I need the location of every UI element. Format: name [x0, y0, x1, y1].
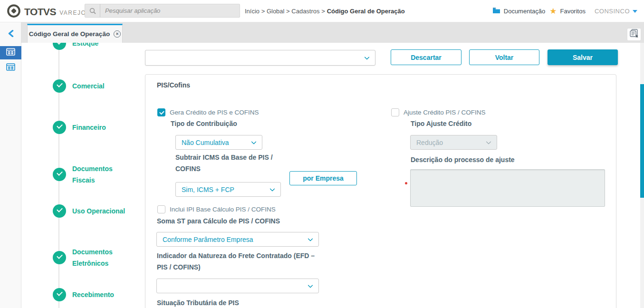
tipo-contribuicao-label: Tipo de Contribuição	[171, 118, 237, 129]
back-button[interactable]: Voltar	[469, 49, 539, 65]
chevron-down-icon	[251, 139, 256, 144]
gera-credito-checkbox[interactable]	[157, 108, 165, 116]
chevron-down-icon	[486, 139, 491, 144]
stepper-item-label: Estoque	[72, 43, 135, 49]
chevron-down-icon	[308, 236, 313, 241]
sidebar-item-browse-active[interactable]	[0, 46, 21, 59]
tipo-ajuste-label: Tipo Ajuste Crédito	[411, 118, 471, 129]
brand-name: TOTVS	[24, 6, 56, 18]
app-search[interactable]	[85, 4, 240, 18]
folder-icon	[492, 7, 500, 15]
tab-bar: Código Geral de Operação ✕	[21, 22, 644, 43]
chevron-left-icon	[8, 30, 14, 39]
pis-cofins-panel: PIS/Cofins Gera Crédito de PIS e COFINS …	[145, 74, 616, 308]
chevron-down-icon	[269, 186, 275, 191]
user-menu[interactable]: CONSINCO	[595, 8, 637, 15]
stepper-item-financeiro[interactable]: Financeiro	[53, 121, 135, 134]
ajuste-credito-checkbox[interactable]	[391, 108, 399, 116]
stepper-item-recebimento[interactable]: Recebimento	[53, 288, 135, 301]
selected-value: Redução	[416, 139, 443, 146]
gera-credito-label: Gera Crédito de PIS e COFINS	[170, 108, 259, 117]
stepper-item-uso-operacional[interactable]: Uso Operacional	[53, 204, 135, 218]
documentation-link[interactable]: Documentação	[492, 7, 545, 15]
check-circle-icon	[53, 79, 66, 93]
check-circle-icon	[53, 43, 66, 50]
stepper-item-label: Recebimento	[72, 289, 135, 300]
main-content: Estoque Comercial Financeiro Documentos …	[21, 43, 644, 308]
tab-close-icon[interactable]: ✕	[114, 30, 121, 38]
chevron-down-icon	[364, 54, 369, 59]
descricao-ajuste-label: Descrição do processo de ajuste	[411, 154, 515, 165]
scrollbar-thumb[interactable]	[640, 84, 644, 198]
stepper-item-documentos-fiscais[interactable]: Documentos Fiscais	[53, 163, 135, 186]
stepper-item-label: Documentos Eletrônicos	[72, 246, 135, 269]
required-indicator-dot	[405, 182, 407, 184]
stepper-item-label: Documentos Fiscais	[72, 163, 135, 186]
soma-st-select[interactable]: Conforme Parâmetro Empresa	[156, 232, 319, 247]
tab-codigo-geral-de-operacao[interactable]: Código Geral de Operação ✕	[27, 24, 123, 43]
selected-value: Não Cumulativa	[182, 139, 229, 146]
subtrair-icms-label: Subtrair ICMS da Base de PIS / COFINS	[175, 152, 295, 174]
close-all-tabs-button[interactable]	[627, 28, 641, 41]
grid-window-icon	[6, 48, 15, 58]
chevron-down-icon	[308, 282, 313, 288]
tab-label: Código Geral de Operação	[29, 30, 110, 38]
favorites-link[interactable]: ★ Favoritos	[549, 7, 586, 15]
documentation-label: Documentação	[504, 8, 545, 15]
breadcrumb-current: Código Geral de Operação	[327, 8, 405, 15]
check-circle-icon	[53, 121, 66, 134]
totvs-logo-icon	[7, 4, 21, 20]
search-input[interactable]	[100, 7, 240, 14]
tipo-contribuicao-select[interactable]: Não Cumulativa	[175, 135, 262, 150]
inclui-ipi-label: Inclui IPI Base Cálculo PIS / COFINS	[170, 205, 276, 214]
left-sidebar	[0, 22, 21, 308]
brand-product-name: VAREJO	[59, 10, 86, 16]
indicador-frete-select[interactable]	[156, 279, 319, 293]
ajuste-credito-label: Ajuste Crédito PIS / COFINS	[404, 108, 486, 117]
stepper-item-label: Financeiro	[72, 122, 135, 133]
star-icon: ★	[549, 7, 557, 15]
stepper-item-estoque[interactable]: Estoque	[53, 43, 135, 50]
app-root: TOTVS VAREJO Início > Global > Cadastros…	[0, 0, 644, 308]
user-name: CONSINCO	[595, 8, 630, 15]
check-circle-icon	[53, 251, 66, 264]
favorites-label: Favoritos	[560, 8, 585, 15]
inclui-ipi-checkbox[interactable]	[157, 205, 165, 213]
selected-value: Conforme Parâmetro Empresa	[163, 236, 253, 243]
brand-logo[interactable]: TOTVS VAREJO	[7, 4, 86, 20]
top-header: TOTVS VAREJO Início > Global > Cadastros…	[0, 0, 644, 22]
section-title: PIS/Cofins	[157, 81, 190, 89]
save-button[interactable]: Salvar	[548, 49, 618, 65]
por-empresa-button[interactable]: por Empresa	[289, 171, 357, 185]
stepper-item-label: Comercial	[72, 80, 135, 92]
breadcrumb-path[interactable]: Início > Global > Cadastros >	[245, 8, 325, 15]
chevron-down-icon	[633, 10, 637, 13]
sidebar-collapse-button[interactable]	[0, 28, 21, 40]
stepper-item-documentos-eletronicos[interactable]: Documentos Eletrônicos	[53, 246, 135, 269]
record-selector-dropdown[interactable]	[145, 50, 375, 66]
selected-value: Sim, ICMS + FCP	[182, 186, 234, 193]
grid-window-icon	[6, 63, 15, 73]
sidebar-item-browse-secondary[interactable]	[0, 61, 21, 75]
soma-st-label: Soma ST para Cálculo de PIS / COFINS	[157, 215, 280, 227]
breadcrumb[interactable]: Início > Global > Cadastros > Código Ger…	[245, 0, 405, 22]
tipo-ajuste-select-disabled: Redução	[410, 135, 497, 150]
check-circle-icon	[53, 168, 66, 181]
stepper-item-label: Uso Operacional	[72, 205, 135, 217]
header-actions: Documentação ★ Favoritos CONSINCO	[492, 0, 637, 22]
situacao-pis-label: Situação Tributária de PIS	[157, 297, 239, 308]
stepper-item-comercial[interactable]: Comercial	[53, 79, 135, 93]
discard-button[interactable]: Descartar	[391, 49, 461, 65]
close-all-tabs-icon	[629, 29, 639, 40]
search-icon	[89, 8, 96, 14]
descricao-ajuste-textarea-disabled	[410, 169, 605, 207]
indicador-frete-label: Indicador da Natureza do Frete Contratad…	[157, 250, 325, 273]
vertical-scrollbar[interactable]	[640, 43, 644, 308]
check-circle-icon	[53, 288, 66, 301]
check-circle-icon	[53, 204, 66, 218]
subtrair-icms-select[interactable]: Sim, ICMS + FCP	[175, 182, 281, 197]
